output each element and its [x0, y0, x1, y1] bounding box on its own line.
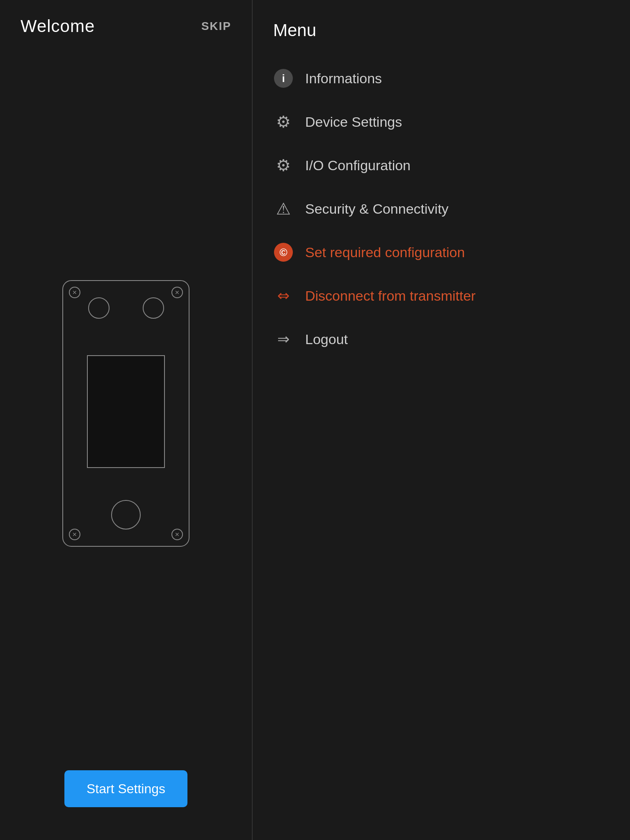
camera-left [88, 297, 110, 319]
disconnect-icon: ⇔ [273, 285, 294, 306]
device-screen [87, 355, 165, 468]
menu-item-set-required-configuration[interactable]: © Set required configuration [253, 231, 630, 274]
menu-label-io-configuration: I/O Configuration [305, 158, 411, 173]
right-panel: Menu i Informations ⚙ Device Settings ⚙ … [253, 0, 630, 840]
screw-top-left [69, 287, 80, 298]
menu-item-device-settings[interactable]: ⚙ Device Settings [253, 100, 630, 144]
gear-icon-io: ⚙ [273, 155, 294, 176]
skip-button[interactable]: SKIP [201, 20, 231, 33]
device-illustration [62, 57, 189, 770]
start-settings-button[interactable]: Start Settings [64, 770, 187, 807]
screw-top-right [171, 287, 183, 298]
menu-label-set-required-configuration: Set required configuration [305, 244, 465, 260]
menu-label-device-settings: Device Settings [305, 114, 402, 130]
camera-right [143, 297, 164, 319]
menu-item-security-connectivity[interactable]: ⚠ Security & Connectivity [253, 187, 630, 231]
menu-item-io-configuration[interactable]: ⚙ I/O Configuration [253, 144, 630, 187]
menu-label-informations: Informations [305, 71, 382, 87]
menu-title: Menu [253, 12, 630, 52]
menu-label-security-connectivity: Security & Connectivity [305, 201, 449, 217]
menu-list: i Informations ⚙ Device Settings ⚙ I/O C… [253, 52, 630, 365]
menu-label-logout: Logout [305, 331, 348, 347]
menu-item-logout[interactable]: ⇒ Logout [253, 317, 630, 361]
info-icon: i [273, 68, 294, 89]
device-home-button [111, 500, 141, 530]
device-body [62, 280, 189, 547]
left-header: Welcome SKIP [0, 0, 252, 48]
camera-row [71, 297, 180, 319]
menu-label-disconnect-from-transmitter: Disconnect from transmitter [305, 288, 476, 304]
screw-bottom-right [171, 529, 183, 540]
logout-icon: ⇒ [273, 329, 294, 349]
gear-icon: ⚙ [273, 112, 294, 132]
screw-bottom-left [69, 529, 80, 540]
warning-icon: ⚠ [273, 199, 294, 219]
set-config-icon: © [273, 242, 294, 262]
welcome-title: Welcome [21, 16, 95, 36]
menu-item-informations[interactable]: i Informations [253, 57, 630, 100]
menu-item-disconnect-from-transmitter[interactable]: ⇔ Disconnect from transmitter [253, 274, 630, 317]
left-panel: Welcome SKIP Start Settings [0, 0, 252, 840]
